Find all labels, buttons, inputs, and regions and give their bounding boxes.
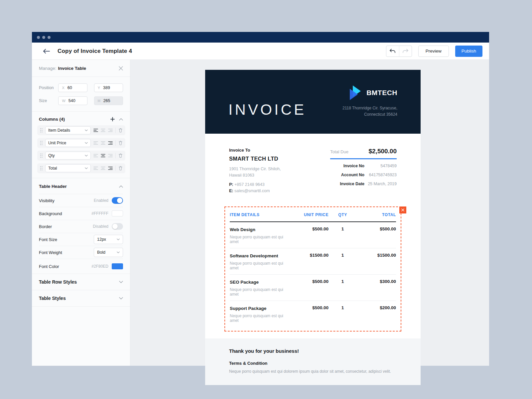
border-toggle[interactable] bbox=[112, 223, 123, 230]
publish-button[interactable]: Publish bbox=[455, 46, 482, 57]
font-weight-dropdown[interactable]: Bold bbox=[94, 248, 123, 257]
item-total: $500.00 bbox=[357, 226, 396, 231]
delete-column-button[interactable] bbox=[118, 153, 123, 158]
align-right-button[interactable] bbox=[108, 128, 113, 132]
invoice-meta: Invoice To SMART TECH LTD 1901 Thornridg… bbox=[229, 148, 397, 193]
divider bbox=[115, 140, 116, 146]
preview-button[interactable]: Preview bbox=[418, 46, 449, 57]
item-qty: 1 bbox=[329, 253, 357, 258]
drag-handle-icon[interactable] bbox=[40, 141, 43, 145]
undo-redo-group bbox=[386, 46, 412, 57]
undo-icon bbox=[389, 49, 396, 54]
drag-handle-icon[interactable] bbox=[40, 128, 43, 133]
size-w-input[interactable]: W 540 bbox=[58, 96, 87, 105]
table-row: SEO PackageNeque porro quisquam est qui … bbox=[230, 275, 396, 301]
drag-handle-icon[interactable] bbox=[40, 166, 43, 171]
align-right-button[interactable] bbox=[108, 154, 113, 158]
table-styles-section[interactable]: Table Styles bbox=[32, 290, 130, 306]
invoice-header-band[interactable]: INVOICE BMTECH 2118 Thornridge Cir. Syra… bbox=[205, 70, 421, 134]
align-center-button[interactable] bbox=[101, 141, 105, 145]
border-value: Disabled bbox=[93, 224, 108, 229]
table-header-section-header[interactable]: Table Header bbox=[32, 178, 130, 194]
visibility-toggle[interactable] bbox=[112, 197, 123, 204]
client-email: E: sales@smarttl.com bbox=[229, 189, 281, 193]
drag-handle-icon[interactable] bbox=[40, 153, 43, 158]
y-value: 389 bbox=[103, 85, 110, 90]
column-name-dropdown[interactable]: Total bbox=[45, 164, 91, 172]
invoice-document[interactable]: INVOICE BMTECH 2118 Thornridge Cir. Syra… bbox=[205, 70, 421, 385]
h-label: H bbox=[98, 99, 100, 103]
font-size-dropdown[interactable]: 12px bbox=[94, 235, 123, 244]
table-row-styles-section[interactable]: Table Row Styles bbox=[32, 274, 130, 290]
align-center-button[interactable] bbox=[101, 154, 105, 158]
invoice-details-block[interactable]: Total Due $2,500.00 Invoice No 5478459 A… bbox=[330, 148, 397, 193]
chevron-down-icon bbox=[119, 281, 123, 283]
font-weight-row: Font Weight Bold bbox=[39, 246, 123, 259]
window-dot-icon[interactable] bbox=[48, 36, 51, 39]
background-color-swatch[interactable] bbox=[112, 210, 123, 216]
delete-column-button[interactable] bbox=[118, 128, 123, 133]
back-button[interactable] bbox=[42, 47, 51, 56]
column-name-dropdown[interactable]: Unit Price bbox=[45, 139, 91, 147]
column-name-dropdown[interactable]: Qty bbox=[45, 152, 91, 160]
position-row: Position X 60 Y 389 bbox=[39, 83, 123, 92]
column-name-dropdown[interactable]: Item Details bbox=[45, 126, 91, 134]
redo-icon bbox=[402, 49, 409, 54]
position-y-input[interactable]: Y 389 bbox=[94, 83, 123, 92]
item-unit-price: $500.00 bbox=[292, 226, 329, 231]
item-name: Web Design bbox=[230, 227, 255, 232]
align-left-button[interactable] bbox=[93, 141, 98, 145]
column-name: Total bbox=[48, 166, 85, 171]
divider bbox=[115, 128, 116, 133]
item-description: Neque porro quisquam est qui amet bbox=[230, 235, 292, 244]
bill-to-block[interactable]: Invoice To SMART TECH LTD 1901 Thornridg… bbox=[229, 148, 281, 193]
border-label: Border bbox=[39, 224, 93, 229]
col-header-qty: QTY bbox=[329, 212, 357, 217]
font-color-swatch[interactable] bbox=[112, 263, 123, 269]
align-center-button[interactable] bbox=[101, 128, 105, 132]
brand-name: BMTECH bbox=[366, 89, 397, 97]
x-value: 60 bbox=[67, 85, 72, 90]
invoice-footer[interactable]: Thank you for your business! Terms & Con… bbox=[205, 338, 421, 385]
invoice-table-selection[interactable]: ITEM DETAILS UNIT PRICE QTY TOTAL Web De… bbox=[224, 206, 401, 332]
h-value: 265 bbox=[103, 98, 110, 103]
total-due-value: $2,500.00 bbox=[368, 148, 397, 155]
close-panel-button[interactable] bbox=[119, 66, 123, 70]
item-total: $300.00 bbox=[357, 279, 396, 284]
col-header-unit-price: UNIT PRICE bbox=[292, 212, 329, 217]
position-size-section: Position X 60 Y 389 Size W 540 bbox=[32, 77, 130, 111]
divider bbox=[32, 306, 130, 307]
align-center-button[interactable] bbox=[101, 166, 105, 170]
item-unit-price: $500.00 bbox=[292, 305, 329, 310]
window-dot-icon[interactable] bbox=[37, 36, 40, 39]
collapse-columns-button[interactable] bbox=[119, 118, 123, 121]
align-left-button[interactable] bbox=[93, 128, 98, 132]
position-x-input[interactable]: X 60 bbox=[58, 83, 87, 92]
align-right-button[interactable] bbox=[108, 166, 113, 170]
align-left-button[interactable] bbox=[93, 154, 98, 158]
font-size-value: 12px bbox=[97, 237, 117, 242]
size-row: Size W 540 H 265 bbox=[39, 96, 123, 105]
terms-text: Neque porro quisquam est qui dolorem ips… bbox=[229, 369, 397, 374]
w-value: 540 bbox=[68, 98, 75, 103]
chevron-up-icon[interactable] bbox=[119, 185, 123, 188]
properties-sidebar: Manage: Invoice Table Position X 60 bbox=[32, 60, 130, 366]
deselect-button[interactable] bbox=[399, 206, 406, 213]
redo-button[interactable] bbox=[399, 46, 412, 57]
delete-column-button[interactable] bbox=[118, 166, 123, 171]
delete-column-button[interactable] bbox=[118, 141, 123, 145]
undo-button[interactable] bbox=[386, 46, 399, 57]
total-due-label: Total Due bbox=[330, 149, 348, 154]
invoice-table-header: ITEM DETAILS UNIT PRICE QTY TOTAL bbox=[230, 211, 396, 217]
column-name: Item Details bbox=[48, 128, 85, 133]
align-right-button[interactable] bbox=[108, 141, 113, 145]
align-left-button[interactable] bbox=[93, 166, 98, 170]
add-column-button[interactable] bbox=[110, 117, 115, 121]
window-dot-icon[interactable] bbox=[42, 36, 45, 39]
divider bbox=[115, 166, 116, 171]
brand-block: BMTECH 2118 Thornridge Cir. Syracuse, Co… bbox=[342, 85, 397, 117]
chevron-down-icon bbox=[117, 238, 120, 240]
item-name: Support Package bbox=[230, 306, 266, 311]
column-row: Total bbox=[37, 163, 125, 173]
managed-element-name: Invoice Table bbox=[58, 66, 86, 71]
